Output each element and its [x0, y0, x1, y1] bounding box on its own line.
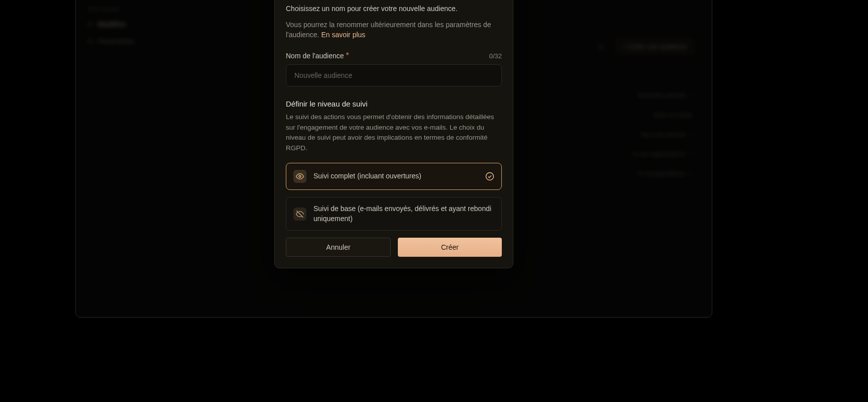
create-audience-dialog: Choisissez un nom pour créer votre nouve…: [274, 0, 513, 268]
audience-name-input[interactable]: [286, 64, 502, 86]
learn-more-link[interactable]: En savoir plus: [321, 31, 365, 39]
tracking-option-full-label: Suivi complet (incluant ouvertures): [313, 171, 478, 181]
eye-off-icon: [293, 208, 306, 221]
tracking-level-description: Le suivi des actions vous permet d'obten…: [286, 112, 502, 154]
create-button[interactable]: Créer: [398, 238, 502, 257]
audience-name-label: Nom de l'audience: [286, 52, 344, 60]
svg-point-3: [486, 173, 494, 180]
audience-name-label-wrap: Nom de l'audience*: [286, 51, 349, 60]
dialog-sub-description: Vous pourrez la renommer ultérieurement …: [286, 20, 502, 40]
eye-icon: [293, 170, 306, 183]
tracking-option-basic[interactable]: Suivi de base (e-mails envoyés, délivrés…: [286, 197, 502, 231]
dialog-sub-description-text: Vous pourrez la renommer ultérieurement …: [286, 21, 491, 39]
check-circle-icon: [485, 172, 494, 181]
tracking-option-basic-label: Suivi de base (e-mails envoyés, délivrés…: [313, 204, 494, 224]
cancel-button[interactable]: Annuler: [286, 238, 391, 257]
audience-name-char-count: 0/32: [489, 52, 502, 60]
tracking-level-title: Définir le niveau de suivi: [286, 99, 502, 108]
svg-point-2: [299, 175, 301, 177]
required-indicator: *: [346, 51, 349, 60]
dialog-header-description: Choisissez un nom pour créer votre nouve…: [286, 5, 502, 13]
dialog-actions: Annuler Créer: [286, 238, 502, 257]
tracking-option-full[interactable]: Suivi complet (incluant ouvertures): [286, 163, 502, 190]
